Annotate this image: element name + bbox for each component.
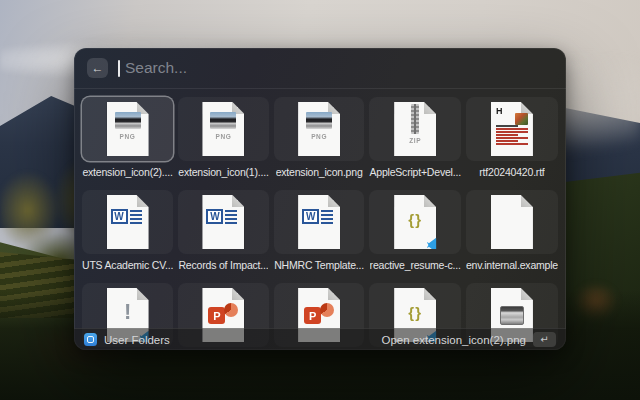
- rtf-heading: H: [496, 107, 503, 115]
- rtf-preview: H: [496, 107, 528, 151]
- powerpoint-p-glyph: P: [304, 307, 321, 324]
- file-tile: [466, 190, 558, 254]
- file-tile: W: [274, 190, 365, 254]
- file-tile: W: [82, 190, 173, 254]
- powerpoint-p-glyph: P: [208, 307, 225, 324]
- status-footer: User Folders Open extension_icon(2).png …: [74, 328, 566, 350]
- png-image-file-icon: PNG: [298, 102, 340, 156]
- file-tile: W: [178, 190, 269, 254]
- page-fold: [232, 288, 244, 300]
- file-name-label: rtf20240420.rtf: [479, 165, 544, 179]
- file-name-label: AppleScript+Devel...: [369, 165, 460, 179]
- file-results-grid: PNG extension_icon(2).... PNG extension_…: [74, 89, 566, 350]
- vscode-badge-icon: [427, 238, 441, 252]
- file-cell-extension-icon-1[interactable]: PNG extension_icon(1)....: [178, 97, 269, 179]
- enter-key-icon: ↵: [533, 332, 556, 347]
- source-label: User Folders: [104, 334, 170, 346]
- file-cell-uts-academic-cv[interactable]: W UTS Academic CV...: [82, 190, 173, 272]
- png-image-file-icon: PNG: [107, 102, 149, 156]
- filetype-label: PNG: [202, 133, 244, 140]
- page-fold: [137, 195, 149, 207]
- blank-document-file-icon: [491, 195, 533, 249]
- file-name-label: extension_icon.png: [276, 165, 363, 179]
- file-cell-rtf[interactable]: H rtf20240420.rtf: [466, 97, 558, 179]
- rtf-document-file-icon: H: [491, 102, 533, 156]
- filetype-label: ZIP: [394, 137, 436, 144]
- search-bar: ←: [74, 48, 566, 88]
- search-input[interactable]: [125, 59, 553, 77]
- word-text-lines: [225, 210, 237, 224]
- file-cell-reactive-resume[interactable]: {} reactive_resume-c...: [369, 190, 460, 272]
- file-cell-extension-icon[interactable]: PNG extension_icon.png: [274, 97, 365, 179]
- file-name-label: env.internal.example: [466, 258, 558, 272]
- desktop: ← PNG extension_icon(2)....: [0, 0, 640, 400]
- word-logo: W: [302, 209, 340, 224]
- word-document-file-icon: W: [202, 195, 244, 249]
- word-text-lines: [130, 210, 142, 224]
- file-name-label: UTS Academic CV...: [82, 258, 173, 272]
- page-fold: [424, 195, 436, 207]
- file-cell-env-internal-example[interactable]: env.internal.example: [466, 190, 558, 272]
- file-name-label: extension_icon(1)....: [178, 165, 268, 179]
- pie-chart-icon: [224, 303, 238, 317]
- page-fold: [232, 195, 244, 207]
- braces-glyph: {}: [408, 304, 422, 321]
- page-fold: [328, 288, 340, 300]
- file-name-label: Records of Impact...: [178, 258, 268, 272]
- back-button[interactable]: ←: [87, 58, 108, 78]
- pie-chart-icon: [320, 303, 334, 317]
- page-fold: [424, 288, 436, 300]
- image-thumbnail: [115, 112, 141, 129]
- page-fold: [137, 288, 149, 300]
- filetype-label: PNG: [107, 133, 149, 140]
- file-cell-nhmrc-template[interactable]: W NHMRC Template...: [274, 190, 365, 272]
- word-w-glyph: W: [111, 209, 128, 224]
- return-glyph: ↵: [540, 334, 548, 345]
- page-fold: [521, 195, 533, 207]
- primary-action-label: Open extension_icon(2).png: [382, 334, 527, 346]
- file-tile: PNG: [178, 97, 269, 161]
- image-thumbnail: [210, 112, 236, 129]
- file-name-label: extension_icon(2)....: [82, 165, 172, 179]
- word-logo: W: [111, 209, 149, 224]
- footer-action[interactable]: Open extension_icon(2).png ↵: [382, 332, 557, 347]
- png-image-file-icon: PNG: [202, 102, 244, 156]
- word-text-lines: [321, 210, 333, 224]
- disk-drive-icon: [500, 306, 524, 325]
- zip-archive-file-icon: ZIP: [394, 102, 436, 156]
- braces-glyph: {}: [408, 211, 422, 228]
- file-tile: H: [466, 97, 558, 161]
- file-tile: PNG: [274, 97, 365, 161]
- file-tile: PNG: [82, 97, 173, 161]
- word-w-glyph: W: [206, 209, 223, 224]
- page-fold: [328, 195, 340, 207]
- text-cursor: [118, 60, 120, 77]
- image-thumbnail: [306, 112, 332, 129]
- word-logo: W: [206, 209, 244, 224]
- powerpoint-logo: P: [304, 303, 334, 327]
- word-document-file-icon: W: [298, 195, 340, 249]
- file-cell-extension-icon-2[interactable]: PNG extension_icon(2)....: [82, 97, 173, 179]
- back-arrow-icon: ←: [92, 61, 104, 75]
- code-json-file-icon: {}: [394, 195, 436, 249]
- file-name-label: NHMRC Template...: [274, 258, 364, 272]
- user-folders-app-icon: [84, 333, 97, 346]
- rtf-inline-image: [515, 113, 528, 125]
- file-cell-applescript-zip[interactable]: ZIP AppleScript+Devel...: [369, 97, 460, 179]
- word-w-glyph: W: [302, 209, 319, 224]
- exclamation-glyph: !: [124, 299, 131, 325]
- search-launcher-window: ← PNG extension_icon(2)....: [74, 48, 566, 350]
- powerpoint-logo: P: [208, 303, 238, 327]
- page-fold: [521, 288, 533, 300]
- filetype-label: PNG: [298, 133, 340, 140]
- zipper-icon: [411, 104, 419, 134]
- file-name-label: reactive_resume-c...: [370, 258, 461, 272]
- word-document-file-icon: W: [107, 195, 149, 249]
- file-tile: ZIP: [369, 97, 460, 161]
- page-fold: [424, 102, 436, 114]
- file-tile: {}: [369, 190, 460, 254]
- file-cell-records-of-impact[interactable]: W Records of Impact...: [178, 190, 269, 272]
